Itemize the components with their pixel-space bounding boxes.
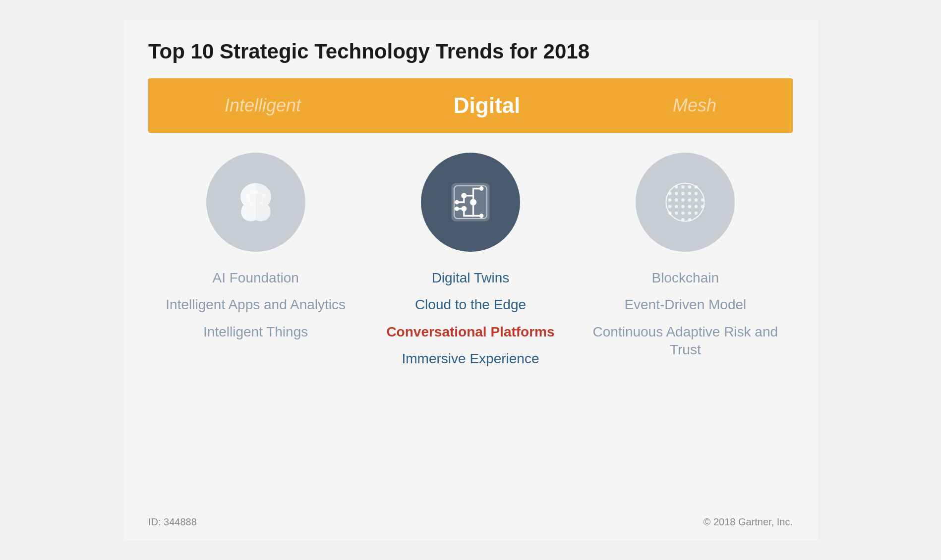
svg-point-21 xyxy=(688,185,692,189)
footer-id: ID: 344888 xyxy=(148,516,197,528)
intelligent-icon xyxy=(206,153,305,252)
svg-point-34 xyxy=(668,205,672,209)
item-digital-twins: Digital Twins xyxy=(432,269,510,287)
item-cloud-to-the-edge: Cloud to the Edge xyxy=(415,296,526,314)
digital-icon xyxy=(421,153,520,252)
svg-point-36 xyxy=(682,205,685,209)
mesh-item-list: BlockchainEvent-Driven ModelContinuous A… xyxy=(591,269,779,359)
main-card: Top 10 Strategic Technology Trends for 2… xyxy=(123,20,818,540)
svg-point-44 xyxy=(695,212,698,215)
svg-point-13 xyxy=(461,206,467,212)
footer: ID: 344888 © 2018 Gartner, Inc. xyxy=(148,516,793,528)
footer-copyright: © 2018 Gartner, Inc. xyxy=(704,516,793,528)
svg-point-17 xyxy=(455,207,459,211)
banner-item-intelligent: Intelligent xyxy=(225,95,301,116)
column-digital: Digital TwinsCloud to the EdgeConversati… xyxy=(376,153,565,368)
svg-point-42 xyxy=(682,212,685,215)
page-title: Top 10 Strategic Technology Trends for 2… xyxy=(148,40,793,63)
item-intelligent-things: Intelligent Things xyxy=(203,323,308,341)
svg-point-41 xyxy=(675,212,678,215)
svg-point-35 xyxy=(675,205,678,209)
svg-point-28 xyxy=(668,198,672,202)
svg-point-31 xyxy=(688,198,692,202)
svg-point-27 xyxy=(695,192,698,195)
svg-point-38 xyxy=(695,205,698,209)
svg-point-25 xyxy=(682,192,685,195)
column-intelligent: AI FoundationIntelligent Apps and Analyt… xyxy=(162,153,350,341)
intelligent-item-list: AI FoundationIntelligent Apps and Analyt… xyxy=(166,269,346,341)
item-conversational-platf: Conversational Platforms xyxy=(386,323,554,341)
svg-point-12 xyxy=(470,199,476,205)
item-blockchain: Blockchain xyxy=(652,269,719,287)
svg-point-30 xyxy=(682,198,685,202)
banner-item-mesh: Mesh xyxy=(673,95,716,116)
column-mesh: BlockchainEvent-Driven ModelContinuous A… xyxy=(591,153,779,359)
item-event-driven-model: Event-Driven Model xyxy=(624,296,746,314)
banner-item-digital: Digital xyxy=(454,93,520,118)
digital-item-list: Digital TwinsCloud to the EdgeConversati… xyxy=(386,269,554,368)
svg-point-26 xyxy=(688,192,692,195)
category-banner: IntelligentDigitalMesh xyxy=(148,78,793,133)
svg-point-43 xyxy=(688,212,692,215)
svg-point-47 xyxy=(666,183,705,222)
item-ai-foundation: AI Foundation xyxy=(212,269,298,287)
svg-point-32 xyxy=(695,198,698,202)
svg-point-37 xyxy=(688,205,692,209)
svg-point-16 xyxy=(455,200,459,205)
item-intelligent-apps-and: Intelligent Apps and Analytics xyxy=(166,296,346,314)
item-immersive-experience: Immersive Experience xyxy=(402,350,539,368)
svg-point-24 xyxy=(675,192,678,195)
svg-point-20 xyxy=(682,185,685,189)
item-continuous-adaptive-: Continuous Adaptive Risk and Trust xyxy=(591,323,779,359)
svg-point-11 xyxy=(461,193,467,198)
svg-point-14 xyxy=(479,186,484,191)
mesh-icon xyxy=(636,153,735,252)
svg-point-15 xyxy=(479,214,484,218)
content-columns: AI FoundationIntelligent Apps and Analyt… xyxy=(148,153,793,368)
svg-point-29 xyxy=(675,198,678,202)
